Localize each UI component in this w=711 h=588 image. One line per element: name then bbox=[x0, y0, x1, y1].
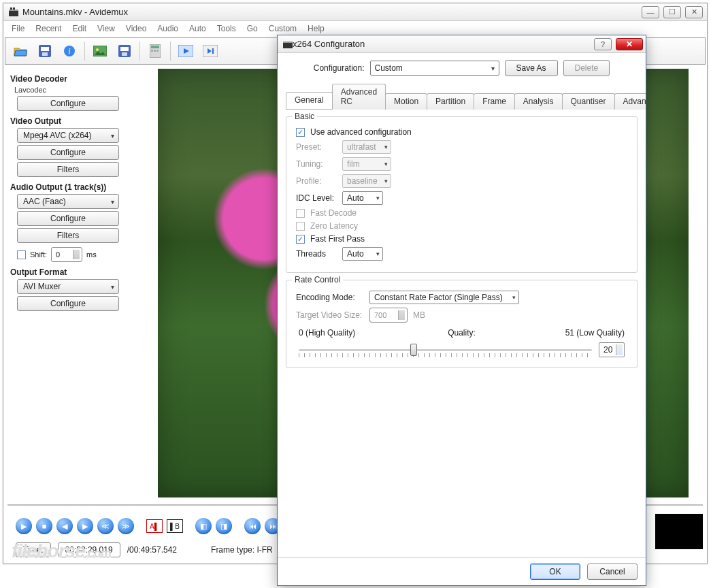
tab-motion[interactable]: Motion bbox=[385, 93, 427, 110]
threads-select[interactable]: Auto bbox=[342, 247, 383, 261]
output-format-select[interactable]: AVI Muxer bbox=[17, 279, 119, 294]
menu-help[interactable]: Help bbox=[308, 24, 325, 33]
menu-file[interactable]: File bbox=[12, 24, 24, 33]
video-output-codec-select[interactable]: Mpeg4 AVC (x264) bbox=[17, 128, 119, 143]
encoding-mode-select[interactable]: Constant Rate Factor (Single Pass) bbox=[369, 291, 519, 304]
close-button[interactable]: ✕ bbox=[685, 6, 703, 18]
dialog-body: Configuration: Custom Save As Delete Gen… bbox=[278, 53, 646, 557]
rate-control-legend: Rate Control bbox=[292, 275, 343, 284]
svg-point-10 bbox=[96, 48, 99, 51]
info-icon[interactable]: i bbox=[60, 42, 79, 61]
video-output-filters-button[interactable]: Filters bbox=[17, 162, 119, 177]
quality-slider-track[interactable] bbox=[299, 349, 592, 351]
menu-custom[interactable]: Custom bbox=[269, 24, 297, 33]
video-decoder-title: Video Decoder bbox=[10, 74, 133, 84]
cancel-button[interactable]: Cancel bbox=[587, 564, 638, 580]
fast-first-pass-checkbox[interactable] bbox=[296, 235, 305, 244]
preset-select[interactable]: ultrafast bbox=[342, 140, 391, 154]
next-black-icon[interactable]: ◨ bbox=[216, 518, 232, 534]
next-frame-icon[interactable]: ▶ bbox=[77, 518, 93, 534]
maximize-button[interactable]: ☐ bbox=[663, 6, 681, 18]
target-size-spinner[interactable]: 700 bbox=[369, 308, 408, 323]
menu-bar: File Recent Edit View Video Audio Auto T… bbox=[3, 21, 707, 36]
saveas-button[interactable]: Save As bbox=[505, 60, 558, 76]
dialog-close-button[interactable]: ✕ bbox=[616, 38, 643, 50]
watermark-text: filehorse bbox=[12, 540, 85, 561]
configuration-select[interactable]: Custom bbox=[370, 61, 499, 76]
quality-spinner[interactable]: 20 bbox=[599, 342, 625, 357]
dialog-help-button[interactable]: ? bbox=[594, 38, 612, 50]
ok-button[interactable]: OK bbox=[530, 564, 580, 580]
tuning-select[interactable]: film bbox=[342, 157, 391, 171]
quality-slider-thumb[interactable] bbox=[410, 344, 417, 356]
target-size-unit: MB bbox=[413, 310, 425, 320]
svg-rect-5 bbox=[41, 47, 49, 51]
tab-advanced[interactable]: Advanced bbox=[614, 93, 646, 110]
tab-advanced-rc[interactable]: Advanced RC bbox=[332, 84, 386, 110]
goto-start-icon[interactable]: ⏮ bbox=[244, 518, 261, 534]
svg-rect-18 bbox=[156, 50, 159, 52]
video-decoder-codec: Lavcodec bbox=[14, 86, 133, 94]
delete-button[interactable]: Delete bbox=[563, 60, 610, 76]
fast-decode-checkbox[interactable] bbox=[296, 209, 305, 218]
play-icon[interactable]: ▶ bbox=[16, 518, 32, 534]
next-window-icon[interactable] bbox=[201, 42, 220, 61]
video-decoder-configure-button[interactable]: Configure bbox=[17, 96, 119, 111]
minimize-button[interactable]: — bbox=[642, 6, 659, 18]
zero-latency-checkbox[interactable] bbox=[296, 222, 305, 231]
audio-output-codec-select[interactable]: AAC (Faac) bbox=[17, 194, 119, 209]
audio-output-title: Audio Output (1 track(s)) bbox=[10, 182, 133, 192]
preset-label: Preset: bbox=[296, 142, 337, 152]
time-total: /00:49:57.542 bbox=[127, 545, 177, 555]
zero-latency-label: Zero Latency bbox=[310, 221, 358, 231]
save-icon[interactable] bbox=[35, 42, 54, 61]
svg-rect-21 bbox=[212, 48, 214, 54]
menu-video[interactable]: Video bbox=[126, 24, 146, 33]
save2-icon[interactable] bbox=[115, 42, 134, 61]
svg-rect-16 bbox=[151, 50, 153, 52]
stop-icon[interactable]: ■ bbox=[36, 518, 52, 534]
tab-analysis[interactable]: Analysis bbox=[514, 93, 563, 110]
output-format-configure-button[interactable]: Configure bbox=[17, 296, 119, 311]
video-output-configure-button[interactable]: Configure bbox=[17, 145, 119, 160]
audio-output-configure-button[interactable]: Configure bbox=[17, 211, 119, 226]
audio-shift-checkbox[interactable] bbox=[17, 250, 26, 259]
marker-a-icon[interactable]: A▌ bbox=[146, 519, 163, 533]
marker-b-icon[interactable]: ▌B bbox=[167, 519, 183, 533]
menu-go[interactable]: Go bbox=[247, 24, 258, 33]
tab-general[interactable]: General bbox=[286, 92, 333, 109]
svg-rect-1 bbox=[9, 10, 18, 11]
menu-view[interactable]: View bbox=[97, 24, 115, 33]
calculator-icon[interactable] bbox=[146, 42, 165, 61]
side-panel: Video Decoder Lavcodec Configure Video O… bbox=[3, 66, 139, 502]
prev-black-icon[interactable]: ◧ bbox=[195, 518, 212, 534]
toolbar-separator bbox=[170, 42, 171, 61]
menu-tools[interactable]: Tools bbox=[217, 24, 236, 33]
svg-text:i: i bbox=[68, 46, 70, 56]
picture-icon[interactable] bbox=[90, 42, 110, 61]
audio-output-filters-button[interactable]: Filters bbox=[17, 228, 119, 243]
svg-rect-23 bbox=[283, 42, 293, 43]
dialog-titlebar: x264 Configuraton ? ✕ bbox=[278, 35, 646, 53]
menu-audio[interactable]: Audio bbox=[157, 24, 178, 33]
open-icon[interactable] bbox=[11, 42, 30, 61]
watermark: filehorse.com bbox=[12, 540, 111, 562]
audio-shift-spinner[interactable]: 0 bbox=[51, 247, 82, 262]
rewind-icon[interactable]: ≪ bbox=[97, 518, 114, 534]
prev-frame-icon[interactable]: ◀ bbox=[56, 518, 73, 534]
tab-frame[interactable]: Frame bbox=[474, 93, 515, 110]
svg-rect-3 bbox=[13, 7, 15, 10]
main-title: Mountains.mkv - Avidemux bbox=[22, 7, 642, 17]
tab-quantiser[interactable]: Quantiser bbox=[562, 93, 615, 110]
configuration-label: Configuration: bbox=[314, 63, 365, 73]
play-window-icon[interactable] bbox=[176, 42, 195, 61]
idc-select[interactable]: Auto bbox=[342, 191, 383, 205]
menu-auto[interactable]: Auto bbox=[189, 24, 206, 33]
forward-icon[interactable]: ≫ bbox=[118, 518, 134, 534]
menu-recent[interactable]: Recent bbox=[35, 24, 61, 33]
idc-label: IDC Level: bbox=[296, 193, 337, 203]
menu-edit[interactable]: Edit bbox=[72, 24, 86, 33]
profile-select[interactable]: baseline bbox=[342, 174, 391, 188]
use-advanced-checkbox[interactable] bbox=[296, 128, 305, 137]
tab-partition[interactable]: Partition bbox=[427, 93, 474, 110]
